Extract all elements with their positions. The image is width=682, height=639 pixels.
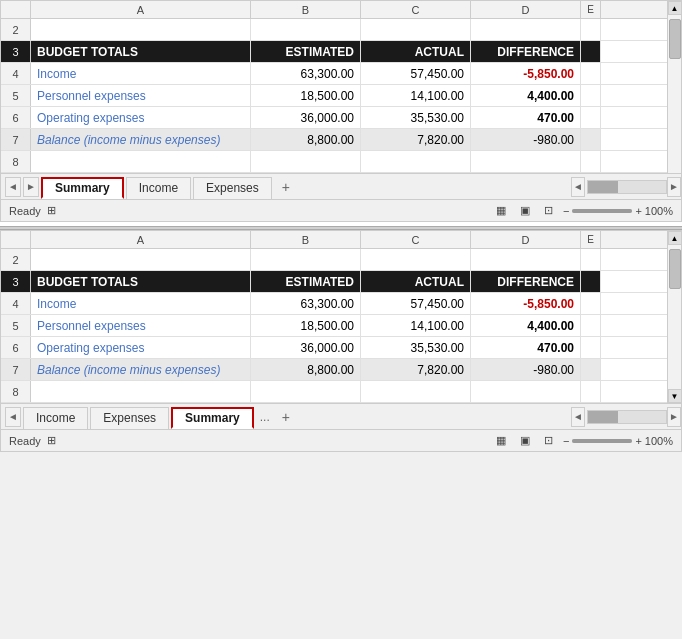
cell-a2-1[interactable] (31, 19, 251, 40)
zoom-slider-1[interactable] (572, 209, 632, 213)
cell-c7-2[interactable]: 7,820.00 (361, 359, 471, 380)
col-header-e-1[interactable]: E (581, 1, 601, 18)
tab-income-2[interactable]: Income (23, 407, 88, 429)
cell-d4-1[interactable]: -5,850.00 (471, 63, 581, 84)
tab-scroll-left-2[interactable]: ◄ (571, 407, 585, 427)
v-scrollbar-1[interactable]: ▲ (667, 1, 681, 173)
normal-view-btn-1[interactable]: ▦ (491, 202, 511, 220)
cell-e3-1[interactable] (581, 41, 601, 62)
cell-c4-2[interactable]: 57,450.00 (361, 293, 471, 314)
tab-scroll-track-1[interactable] (587, 180, 667, 194)
cell-a5-1[interactable]: Personnel expenses (31, 85, 251, 106)
col-header-a-1[interactable]: A (31, 1, 251, 18)
zoom-plus-2[interactable]: + (635, 435, 641, 447)
col-header-c-2[interactable]: C (361, 231, 471, 248)
cell-a5-2[interactable]: Personnel expenses (31, 315, 251, 336)
cell-d3-1[interactable]: DIFFERENCE (471, 41, 581, 62)
cell-d5-2[interactable]: 4,400.00 (471, 315, 581, 336)
cell-c4-1[interactable]: 57,450.00 (361, 63, 471, 84)
cell-a4-2[interactable]: Income (31, 293, 251, 314)
scroll-up-1[interactable]: ▲ (668, 1, 682, 15)
page-layout-btn-2[interactable]: ▣ (515, 432, 535, 450)
cell-a6-2[interactable]: Operating expenses (31, 337, 251, 358)
col-header-d-1[interactable]: D (471, 1, 581, 18)
cell-b2-2[interactable] (251, 249, 361, 270)
col-header-e-2[interactable]: E (581, 231, 601, 248)
cell-e4-1[interactable] (581, 63, 601, 84)
cell-b4-2[interactable]: 63,300.00 (251, 293, 361, 314)
cell-e4-2[interactable] (581, 293, 601, 314)
zoom-slider-2[interactable] (572, 439, 632, 443)
cell-b6-1[interactable]: 36,000.00 (251, 107, 361, 128)
cell-d2-2[interactable] (471, 249, 581, 270)
tab-income-1[interactable]: Income (126, 177, 191, 199)
cell-b8-2[interactable] (251, 381, 361, 402)
more-tabs-btn-2[interactable]: ... (256, 410, 274, 424)
cell-d8-2[interactable] (471, 381, 581, 402)
cell-a8-2[interactable] (31, 381, 251, 402)
cell-b3-1[interactable]: ESTIMATED (251, 41, 361, 62)
cell-b6-2[interactable]: 36,000.00 (251, 337, 361, 358)
cell-a3-2[interactable]: BUDGET TOTALS (31, 271, 251, 292)
cell-d5-1[interactable]: 4,400.00 (471, 85, 581, 106)
cell-e7-1[interactable] (581, 129, 601, 150)
cell-d2-1[interactable] (471, 19, 581, 40)
cell-a8-1[interactable] (31, 151, 251, 172)
col-header-c-1[interactable]: C (361, 1, 471, 18)
page-layout-btn-1[interactable]: ▣ (515, 202, 535, 220)
cell-a3-1[interactable]: BUDGET TOTALS (31, 41, 251, 62)
col-header-b-2[interactable]: B (251, 231, 361, 248)
tab-expenses-2[interactable]: Expenses (90, 407, 169, 429)
cell-e6-2[interactable] (581, 337, 601, 358)
cell-e8-1[interactable] (581, 151, 601, 172)
cell-b8-1[interactable] (251, 151, 361, 172)
tab-scroll-left-1[interactable]: ◄ (571, 177, 585, 197)
zoom-minus-1[interactable]: − (563, 205, 569, 217)
cell-c8-1[interactable] (361, 151, 471, 172)
tab-summary-1[interactable]: Summary (41, 177, 124, 199)
cell-e7-2[interactable] (581, 359, 601, 380)
scroll-thumb-1[interactable] (669, 19, 681, 59)
tab-nav-next-1[interactable]: ► (23, 177, 39, 197)
col-header-d-2[interactable]: D (471, 231, 581, 248)
cell-a7-2[interactable]: Balance (income minus expenses) (31, 359, 251, 380)
cell-b7-1[interactable]: 8,800.00 (251, 129, 361, 150)
cell-d6-1[interactable]: 470.00 (471, 107, 581, 128)
cell-b2-1[interactable] (251, 19, 361, 40)
add-sheet-btn-2[interactable]: + (276, 407, 296, 427)
cell-d6-2[interactable]: 470.00 (471, 337, 581, 358)
add-sheet-btn-1[interactable]: + (276, 177, 296, 197)
normal-view-btn-2[interactable]: ▦ (491, 432, 511, 450)
tab-scroll-track-2[interactable] (587, 410, 667, 424)
cell-d3-2[interactable]: DIFFERENCE (471, 271, 581, 292)
cell-a7-1[interactable]: Balance (income minus expenses) (31, 129, 251, 150)
cell-b3-2[interactable]: ESTIMATED (251, 271, 361, 292)
cell-c3-1[interactable]: ACTUAL (361, 41, 471, 62)
cell-c7-1[interactable]: 7,820.00 (361, 129, 471, 150)
col-header-b-1[interactable]: B (251, 1, 361, 18)
cell-c6-2[interactable]: 35,530.00 (361, 337, 471, 358)
cell-e8-2[interactable] (581, 381, 601, 402)
cell-d8-1[interactable] (471, 151, 581, 172)
cell-e3-2[interactable] (581, 271, 601, 292)
tab-expenses-1[interactable]: Expenses (193, 177, 272, 199)
cell-e2-1[interactable] (581, 19, 601, 40)
scroll-up-2[interactable]: ▲ (668, 231, 682, 245)
cell-b5-2[interactable]: 18,500.00 (251, 315, 361, 336)
cell-c2-2[interactable] (361, 249, 471, 270)
tab-summary-2[interactable]: Summary (171, 407, 254, 429)
cell-a2-2[interactable] (31, 249, 251, 270)
page-break-btn-1[interactable]: ⊡ (539, 202, 559, 220)
tab-scroll-right-1[interactable]: ► (667, 177, 681, 197)
zoom-plus-1[interactable]: + (635, 205, 641, 217)
cell-e5-2[interactable] (581, 315, 601, 336)
v-scrollbar-2[interactable]: ▲ ▼ (667, 231, 681, 403)
cell-b7-2[interactable]: 8,800.00 (251, 359, 361, 380)
cell-c5-2[interactable]: 14,100.00 (361, 315, 471, 336)
tab-scroll-right-2[interactable]: ► (667, 407, 681, 427)
scroll-thumb-2[interactable] (669, 249, 681, 289)
cell-e5-1[interactable] (581, 85, 601, 106)
col-header-a-2[interactable]: A (31, 231, 251, 248)
cell-d7-2[interactable]: -980.00 (471, 359, 581, 380)
cell-d4-2[interactable]: -5,850.00 (471, 293, 581, 314)
